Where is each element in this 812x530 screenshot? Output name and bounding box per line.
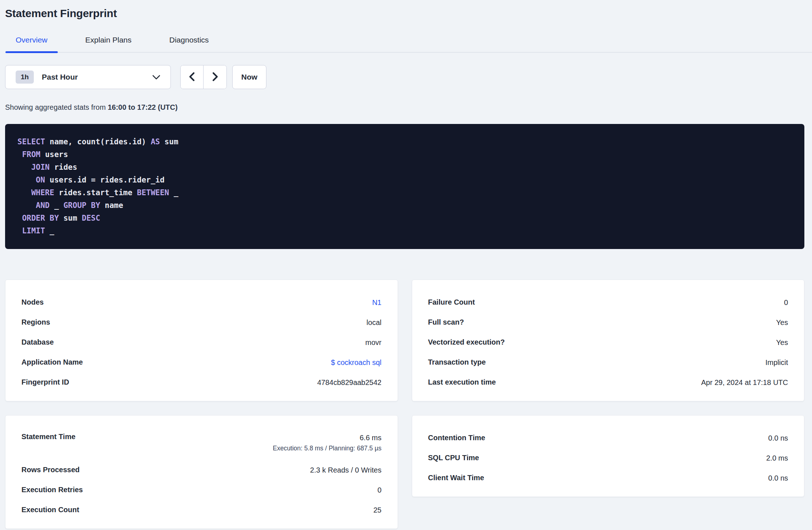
sql-token — [17, 226, 22, 235]
sql-token — [17, 188, 31, 197]
last-execution-time-value-text: Apr 29, 2024 at 17:18 UTC — [701, 377, 788, 388]
sql-keyword: JOIN — [31, 163, 50, 172]
fingerprint-id-value-text: 4784cb829aab2542 — [317, 377, 382, 388]
sql-token: users.id = rides.rider_id — [45, 176, 165, 184]
sql-line: JOIN rides — [17, 161, 793, 174]
tab-bar: OverviewExplain PlansDiagnostics — [5, 36, 812, 53]
sql-line: SELECT name, count(rides.id) AS sum — [17, 136, 793, 148]
tab-explain-plans[interactable]: Explain Plans — [75, 36, 142, 52]
client-wait-time-value-text: 0.0 ns — [768, 473, 788, 483]
transaction-type-label: Transaction type — [428, 358, 486, 366]
failure-count-value-text: 0 — [784, 297, 788, 308]
vectorized-execution-value: Yes — [776, 337, 788, 348]
execution-retries-row: Execution Retries0 — [21, 480, 382, 500]
nodes-label: Nodes — [21, 298, 44, 306]
time-interval-badge: 1h — [16, 71, 34, 84]
execution-count-value: 25 — [373, 505, 381, 515]
execution-count-row: Execution Count25 — [21, 500, 382, 520]
page-title: Statement Fingerprint — [5, 7, 804, 20]
failure-count-value: 0 — [784, 297, 788, 308]
aggregated-stats-note: Showing aggregated stats from 16:00 to 1… — [5, 103, 804, 112]
aggregated-stats-prefix: Showing aggregated stats from — [5, 103, 106, 111]
statement-time-value: 6.6 msExecution: 5.8 ms / Planning: 687.… — [273, 433, 381, 454]
client-wait-time-row: Client Wait Time0.0 ns — [428, 468, 788, 488]
transaction-type-value: Implicit — [765, 357, 788, 368]
statement-timing-card: Statement Time6.6 msExecution: 5.8 ms / … — [5, 415, 398, 529]
database-value: movr — [365, 337, 381, 348]
nodes-value-text: N1 — [372, 297, 382, 308]
client-wait-time-value: 0.0 ns — [768, 473, 788, 483]
overview-cards-row-2: Statement Time6.6 msExecution: 5.8 ms / … — [5, 415, 804, 529]
chevron-down-icon — [152, 75, 160, 80]
regions-label: Regions — [21, 318, 50, 326]
sql-token — [17, 214, 22, 222]
database-row: Databasemovr — [21, 332, 382, 352]
aggregated-stats-range: 16:00 to 17:22 (UTC) — [108, 103, 177, 111]
failure-count-row: Failure Count0 — [428, 292, 788, 312]
execution-retries-value: 0 — [377, 485, 381, 495]
transaction-type-row: Transaction typeImplicit — [428, 352, 788, 372]
application-name-row: Application Name$ cockroach sql — [21, 352, 382, 372]
last-execution-time-value: Apr 29, 2024 at 17:18 UTC — [701, 377, 788, 388]
sql-keyword: SELECT — [17, 137, 45, 146]
fingerprint-id-row: Fingerprint ID4784cb829aab2542 — [21, 372, 382, 392]
full-scan-value-text: Yes — [776, 317, 788, 328]
application-name-value-link[interactable]: $ cockroach sql — [331, 357, 382, 368]
sql-line: FROM users — [17, 148, 793, 161]
sql-line: LIMIT _ — [17, 225, 793, 237]
sql-statement-box: SELECT name, count(rides.id) AS sum FROM… — [5, 124, 804, 249]
sql-token: name, count(rides.id) — [45, 137, 151, 146]
execution-retries-label: Execution Retries — [21, 486, 83, 494]
contention-time-value: 0.0 ns — [768, 433, 788, 443]
database-label: Database — [21, 338, 54, 346]
statement-time-label: Statement Time — [21, 433, 76, 441]
full-scan-value: Yes — [776, 317, 788, 328]
database-value-text: movr — [365, 337, 381, 348]
sql-keyword: WHERE — [31, 188, 54, 197]
sql-cpu-time-value: 2.0 ms — [766, 453, 788, 463]
time-interval-dropdown[interactable]: 1h Past Hour — [5, 65, 171, 89]
sql-cpu-time-value-text: 2.0 ms — [766, 453, 788, 463]
full-scan-label: Full scan? — [428, 318, 464, 326]
rows-processed-value: 2.3 k Reads / 0 Writes — [310, 465, 381, 475]
time-interval-label: Past Hour — [42, 73, 78, 81]
overview-cards-row-1: NodesN1RegionslocalDatabasemovrApplicati… — [5, 280, 804, 401]
execution-retries-value-text: 0 — [377, 485, 381, 495]
sql-keyword: BETWEEN — [137, 188, 169, 197]
tab-overview[interactable]: Overview — [5, 36, 58, 52]
statement-time-value-text: 6.6 ms — [359, 433, 381, 443]
statement-time-subvalue: Execution: 5.8 ms / Planning: 687.5 µs — [273, 443, 381, 454]
sql-token — [17, 163, 31, 172]
fingerprint-id-label: Fingerprint ID — [21, 378, 69, 386]
nodes-value-link[interactable]: N1 — [372, 297, 382, 308]
sql-cpu-time-label: SQL CPU Time — [428, 454, 479, 462]
contention-time-value-text: 0.0 ns — [768, 433, 788, 443]
sql-line: WHERE rides.start_time BETWEEN _ — [17, 186, 793, 199]
time-controls: 1h Past Hour Now — [5, 65, 804, 89]
last-execution-time-label: Last execution time — [428, 378, 496, 386]
statement-details-card: NodesN1RegionslocalDatabasemovrApplicati… — [5, 280, 398, 401]
regions-row: Regionslocal — [21, 312, 382, 332]
sql-token — [17, 150, 22, 159]
sql-token: name — [100, 201, 123, 210]
full-scan-row: Full scan?Yes — [428, 312, 788, 332]
sql-keyword: LIMIT — [22, 226, 45, 235]
sql-keyword: ON — [36, 176, 45, 184]
prev-interval-button[interactable] — [181, 65, 204, 89]
client-wait-time-label: Client Wait Time — [428, 474, 484, 482]
regions-value-text: local — [366, 317, 381, 328]
contention-time-label: Contention Time — [428, 434, 485, 442]
execution-count-value-text: 25 — [373, 505, 381, 515]
next-interval-button[interactable] — [204, 65, 226, 89]
rows-processed-label: Rows Processed — [21, 466, 80, 474]
tab-diagnostics[interactable]: Diagnostics — [159, 36, 219, 52]
sql-token: _ — [50, 201, 64, 210]
sql-token: _ — [45, 226, 54, 235]
transaction-type-value-text: Implicit — [765, 357, 788, 368]
sql-line: ON users.id = rides.rider_id — [17, 174, 793, 186]
now-button[interactable]: Now — [232, 65, 266, 89]
vectorized-execution-value-text: Yes — [776, 337, 788, 348]
sql-cpu-time-row: SQL CPU Time2.0 ms — [428, 448, 788, 468]
sql-token: rides.start_time — [54, 188, 137, 197]
sql-token — [17, 176, 36, 184]
